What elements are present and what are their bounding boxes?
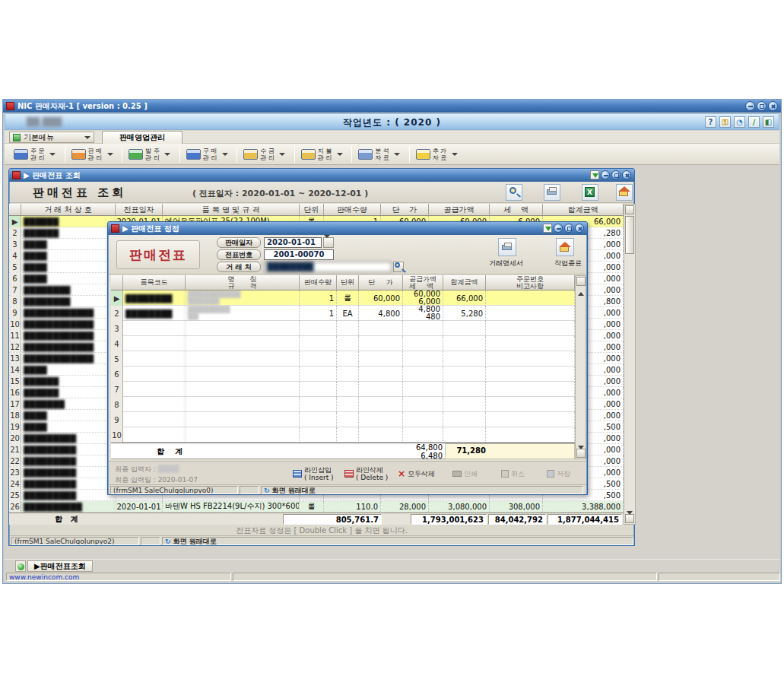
line-insert-icon [293,470,302,478]
dialog-column-header-4[interactable]: 단위 [337,275,359,290]
dialog-row-1[interactable]: ▶████████████████████████1롤60,00060,0006… [111,290,575,306]
client-search-button[interactable] [393,262,404,272]
inquiry-maximize-button[interactable] [611,170,621,179]
dialog-close-button[interactable] [575,224,584,233]
dialog-save-icon[interactable] [543,224,552,233]
inquiry-row-26[interactable]: 26██████████2020-01-01바텐W HS FB2214(9L/수… [9,501,624,513]
window-save-icon[interactable] [590,170,599,179]
scroll-up-icon[interactable] [625,205,634,214]
maximize-button[interactable] [757,101,767,111]
column-header-9[interactable]: 합계금액 [543,204,624,216]
toolbar-button-8[interactable]: 추 가 자 료 [413,145,450,163]
column-header-5[interactable]: 판매수량 [324,204,381,216]
print-button[interactable] [544,184,560,201]
scroll-down-icon[interactable] [625,514,634,523]
inquiry-close-button[interactable] [622,170,631,179]
menu-dropdown-icon[interactable] [84,136,90,139]
statement-label[interactable]: 거래명세서 [489,259,523,268]
dialog-column-header-1[interactable]: 품목코드 [123,275,186,290]
footer-button-delete-all-x[interactable]: ×모두삭제 [395,465,438,483]
toolbar-dropdown-icon[interactable] [220,146,230,163]
dialog-column-header-2[interactable]: 명 칭 규 격 [186,275,300,290]
grid-cell: 308,000 [490,501,543,512]
help-icon[interactable]: ? [705,116,716,128]
dialog-row-2[interactable]: 2██████████████████1EA4,8004,8004805,280 [111,306,575,321]
toolbar-dropdown-icon[interactable] [449,146,459,163]
inquiry-minimize-button[interactable] [601,170,610,179]
dialog-scroll-down-icon[interactable] [576,449,586,458]
toolbar-button-7[interactable]: 분 석 자 료 [355,145,392,163]
toolbar-button-4[interactable]: 구 매 관 리 [183,145,221,163]
app-title-bar[interactable]: NIC 판매자재-1 [ version : 0.25 ] [3,100,781,113]
column-header-8[interactable]: 세 액 [490,204,543,216]
cancel-icon [501,470,509,478]
dialog-row-6[interactable]: 6 [111,367,575,382]
toolbar-button-6[interactable]: 지 불 관 리 [298,145,335,163]
dialog-minimize-button[interactable] [554,224,563,233]
date-dropdown-button[interactable] [323,237,334,248]
dialog-maximize-button[interactable] [564,224,573,233]
key-icon[interactable]: ⚿ [719,116,731,128]
exit-button[interactable] [616,184,633,201]
dialog-column-header-5[interactable]: 단 가 [359,275,403,290]
website-link[interactable]: www.newincom.com [6,573,231,581]
work-end-button[interactable] [556,238,574,256]
column-header-2[interactable]: 전표일자 [116,204,163,216]
dialog-grid-scrollbar[interactable] [575,275,586,459]
dialog-row-10[interactable]: 10 [111,427,575,443]
dialog-row-8[interactable]: 8 [111,397,575,412]
toolbar-button-1[interactable]: 주 문 관 리 [11,145,48,163]
dialog-grid-body[interactable]: ▶████████████████████████1롤60,00060,0006… [111,290,575,443]
minimize-button[interactable] [745,101,755,111]
column-header-6[interactable]: 단 가 [381,204,429,216]
dialog-column-header-8[interactable]: 주문번호 비고사항 [486,275,575,290]
toolbar-dropdown-icon[interactable] [392,146,402,163]
tab-sales-management[interactable]: 판매영업관리 [102,131,183,144]
toolbar-button-5[interactable]: 수 금 관 리 [240,145,278,163]
dialog-row-3[interactable]: 3 [111,321,575,336]
dialog-column-header-3[interactable]: 판매수량 [300,275,337,290]
dialog-row-9[interactable]: 9 [111,412,575,427]
column-header-1[interactable]: 거 래 처 상 호 [21,204,116,216]
dialog-column-header-6[interactable]: 공급가액 세 액 [403,275,443,290]
toolbar-dropdown-icon[interactable] [278,146,287,163]
exit-door-icon[interactable]: ◧ [763,116,774,128]
dialog-reset-view-status[interactable]: ↻ 화면 원래대로 [261,486,583,494]
column-header-3[interactable]: 품 목 명 및 규 격 [163,204,300,216]
dialog-title-bar[interactable]: ▶ 판매전표 정정 [108,222,587,235]
base-menu-button[interactable]: 기본메뉴 [9,132,94,143]
grid-cell: ████████ [21,296,116,306]
excel-button[interactable]: X [582,184,598,201]
scroll-thumb[interactable] [625,216,634,254]
dialog-column-header-7[interactable]: 합계금액 [443,275,486,290]
column-header-7[interactable]: 공급가액 [429,204,490,216]
column-header-4[interactable]: 단위 [300,204,324,216]
toolbar-button-3[interactable]: 발 주 관 리 [125,145,163,163]
toolbar-button-2[interactable]: 판 매 관 리 [68,145,106,163]
globe-icon[interactable]: ◔ [734,116,745,128]
footer-button-line-delete[interactable]: 라인삭제 ( Delete ) [341,465,391,483]
dialog-row-4[interactable]: 4 [111,336,575,351]
sale-date-value[interactable]: 2020-01-01 [264,237,322,248]
dialog-row-7[interactable]: 7 [111,382,575,397]
edit-check-icon[interactable]: ∕ [748,116,760,128]
toolbar-dropdown-icon[interactable] [105,146,115,163]
dialog-scroll-up-icon[interactable] [576,277,586,286]
statement-button[interactable] [498,238,516,256]
inquiry-grid-scrollbar[interactable] [624,204,636,525]
client-value-masked[interactable]: ████████ [264,262,392,272]
footer-button-line-insert[interactable]: 라인삽입 ( Insert ) [290,465,337,483]
work-end-label[interactable]: 작업종료 [554,259,582,268]
slip-number-value[interactable]: 2001-00070 [264,249,334,260]
header-rownum [9,204,21,216]
dialog-grid-cell [186,382,300,397]
search-button[interactable] [506,184,522,201]
reset-view-status[interactable]: ↻ 화면 원래대로 [162,537,633,545]
inquiry-title-bar[interactable]: ▶ 판매전표 조회 [9,169,634,182]
dialog-row-5[interactable]: 5 [111,351,575,367]
toolbar-dropdown-icon[interactable] [335,146,344,163]
close-button[interactable] [768,101,778,111]
window-list-item[interactable]: ▶판매전표조회 [27,560,93,572]
toolbar-dropdown-icon[interactable] [163,146,173,163]
toolbar-dropdown-icon[interactable] [48,146,58,163]
